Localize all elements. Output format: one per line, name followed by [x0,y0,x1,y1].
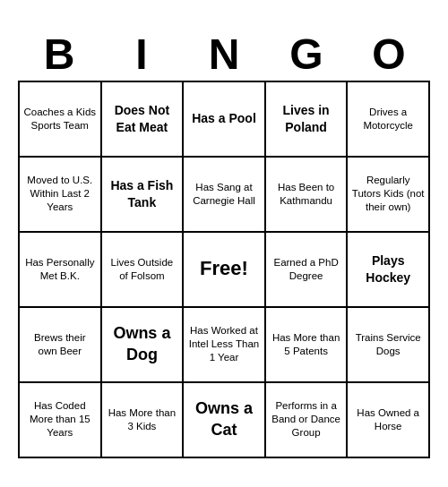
bingo-cell-17: Has Worked at Intel Less Than 1 Year [184,308,266,383]
bingo-cell-16: Owns a Dog [102,308,185,383]
bingo-letter-o: O [349,30,428,79]
bingo-cell-19: Trains Service Dogs [348,308,430,383]
bingo-cell-22: Owns a Cat [184,383,266,458]
bingo-card: BINGO Coaches a Kids Sports TeamDoes Not… [9,21,439,467]
bingo-letter-g: G [267,30,346,79]
bingo-cell-0: Coaches a Kids Sports Team [20,82,102,158]
bingo-cell-23: Performs in a Band or Dance Group [266,383,349,458]
bingo-cell-14: Plays Hockey [348,233,430,308]
bingo-cell-8: Has Been to Kathmandu [266,158,349,233]
bingo-cell-5: Moved to U.S. Within Last 2 Years [20,158,102,233]
bingo-cell-20: Has Coded More than 15 Years [20,383,102,458]
bingo-cell-4: Drives a Motorcycle [348,82,430,158]
bingo-letter-b: B [20,30,99,79]
bingo-cell-21: Has More than 3 Kids [102,383,185,458]
bingo-letter-i: I [102,30,181,79]
bingo-grid: Coaches a Kids Sports TeamDoes Not Eat M… [18,81,430,458]
bingo-cell-9: Regularly Tutors Kids (not their own) [348,158,430,233]
bingo-cell-2: Has a Pool [184,82,266,158]
bingo-cell-3: Lives in Poland [266,82,349,158]
bingo-cell-7: Has Sang at Carnegie Hall [184,158,266,233]
bingo-header: BINGO [18,30,430,79]
bingo-cell-12: Free! [184,233,266,308]
bingo-cell-11: Lives Outside of Folsom [102,233,185,308]
bingo-cell-18: Has More than 5 Patents [266,308,349,383]
bingo-cell-15: Brews their own Beer [20,308,102,383]
bingo-cell-13: Earned a PhD Degree [266,233,349,308]
bingo-cell-24: Has Owned a Horse [348,383,430,458]
bingo-cell-1: Does Not Eat Meat [102,82,185,158]
bingo-letter-n: N [185,30,263,79]
bingo-cell-10: Has Personally Met B.K. [20,233,102,308]
bingo-cell-6: Has a Fish Tank [102,158,185,233]
